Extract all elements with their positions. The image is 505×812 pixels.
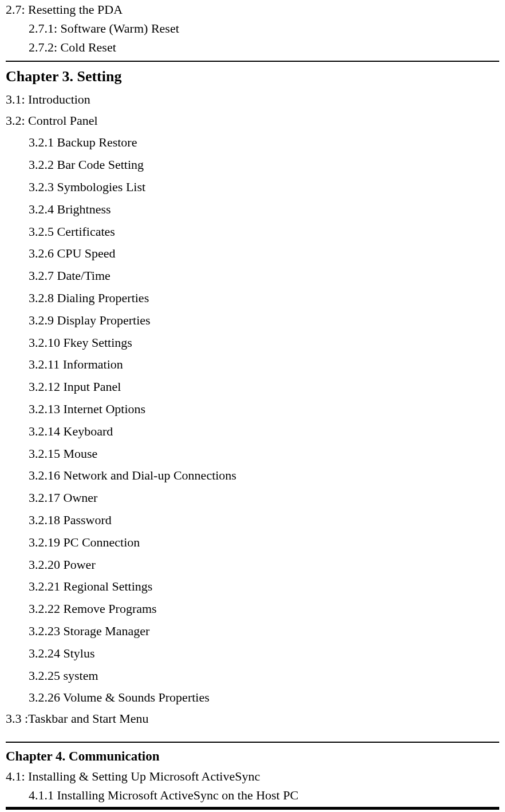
toc-entry: 3.2.16 Network and Dial-up Connections (29, 467, 499, 485)
toc-page: 2.7: Resetting the PDA 2.7.1: Software (… (0, 1, 505, 812)
toc-entry: 3.2.1 Backup Restore (29, 134, 499, 152)
chapter-heading: Chapter 4. Communication (6, 747, 499, 766)
toc-entry: 3.2.12 Input Panel (29, 378, 499, 396)
toc-entry: 3.2.9 Display Properties (29, 312, 499, 330)
toc-entry: 3.2.24 Stylus (29, 645, 499, 663)
toc-entry: 3.2.10 Fkey Settings (29, 334, 499, 352)
divider (6, 742, 499, 743)
toc-entry: 3.2.22 Remove Programs (29, 600, 499, 618)
toc-entry: 3.2.25 system (29, 667, 499, 685)
toc-entry: 3.2.18 Password (29, 512, 499, 529)
toc-entry: 3.2.23 Storage Manager (29, 623, 499, 640)
toc-entry: 3.2: Control Panel (6, 112, 499, 130)
spacer (6, 730, 499, 737)
toc-entry: 3.2.15 Mouse (29, 445, 499, 463)
chapter-heading: Chapter 3. Setting (6, 66, 499, 87)
toc-entry: 3.2.6 CPU Speed (29, 245, 499, 263)
toc-entry: 3.2.14 Keyboard (29, 423, 499, 441)
toc-entry: 3.3 :Taskbar and Start Menu (6, 710, 499, 728)
toc-entry: 3.2.4 Brightness (29, 201, 499, 219)
toc-entry: 3.2.19 PC Connection (29, 534, 499, 552)
toc-entry: 2.7.2: Cold Reset (29, 39, 499, 57)
toc-entry: 4.1.1 Installing Microsoft ActiveSync on… (29, 787, 499, 805)
toc-entry: 3.1: Introduction (6, 91, 499, 109)
divider (6, 61, 499, 62)
toc-entry: 2.7: Resetting the PDA (6, 1, 499, 19)
toc-entry: 3.2.26 Volume & Sounds Properties (29, 689, 499, 707)
toc-entry: 2.7.1: Software (Warm) Reset (29, 20, 499, 38)
toc-entry: 3.2.11 Information (29, 356, 499, 374)
toc-entry: 3.2.17 Owner (29, 489, 499, 507)
toc-entry: 3.2.8 Dialing Properties (29, 290, 499, 307)
toc-entry: 4.1: Installing & Setting Up Microsoft A… (6, 768, 499, 786)
divider-thick (6, 807, 499, 810)
toc-entry: 3.2.7 Date/Time (29, 267, 499, 285)
toc-entry: 3.2.3 Symbologies List (29, 179, 499, 196)
toc-entry: 3.2.21 Regional Settings (29, 578, 499, 596)
toc-entry: 3.2.20 Power (29, 556, 499, 574)
toc-entry: 3.2.5 Certificates (29, 223, 499, 241)
toc-entry: 3.2.13 Internet Options (29, 401, 499, 418)
toc-entry: 3.2.2 Bar Code Setting (29, 156, 499, 174)
